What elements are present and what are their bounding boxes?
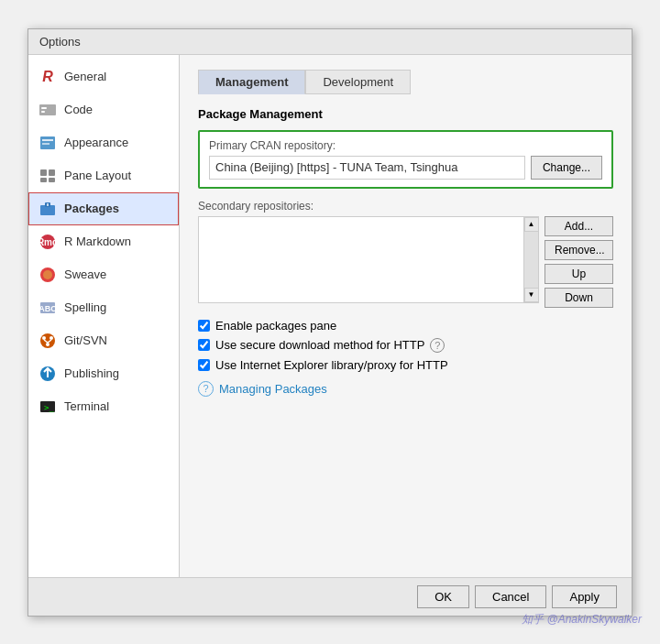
cran-input-row: Change...	[209, 156, 602, 180]
sidebar-item-spelling[interactable]: ABC Spelling	[28, 291, 179, 324]
checkbox-ie-library: Use Internet Explorer library/proxy for …	[198, 358, 613, 372]
gitsvn-icon	[38, 332, 57, 350]
sidebar-item-packages[interactable]: Packages	[28, 192, 179, 225]
svg-rect-9	[49, 178, 55, 182]
sidebar-item-pane-layout[interactable]: Pane Layout	[28, 159, 179, 192]
dialog-titlebar: Options	[28, 29, 632, 55]
dialog-footer: OK Cancel Apply	[28, 577, 632, 616]
secure-download-checkbox[interactable]	[198, 339, 210, 351]
main-content: Management Development Package Managemen…	[180, 55, 632, 577]
ie-library-checkbox[interactable]	[198, 359, 210, 371]
svg-point-16	[43, 270, 52, 279]
sidebar-item-label: Packages	[64, 202, 119, 215]
cancel-button[interactable]: Cancel	[475, 585, 546, 608]
svg-text:ABC: ABC	[38, 304, 57, 313]
up-button[interactable]: Up	[544, 264, 613, 284]
sidebar: R General Code Appearance	[28, 55, 180, 577]
terminal-icon: >_	[38, 398, 57, 416]
svg-rect-12	[47, 203, 49, 206]
cran-label: Primary CRAN repository:	[209, 139, 602, 152]
code-icon	[38, 101, 57, 119]
down-button[interactable]: Down	[544, 288, 613, 308]
rmarkdown-icon: Rmd	[38, 233, 57, 251]
publishing-icon	[38, 365, 57, 383]
svg-rect-2	[41, 111, 45, 113]
sidebar-item-general[interactable]: R General	[28, 60, 179, 93]
secondary-label: Secondary repositories:	[198, 200, 613, 213]
enable-pane-checkbox[interactable]	[198, 320, 210, 332]
secondary-repos-row: ▲ ▼ Add... Remove... Up	[198, 216, 613, 308]
tab-development[interactable]: Development	[305, 70, 411, 94]
sidebar-item-publishing[interactable]: Publishing	[28, 357, 179, 390]
svg-rect-0	[39, 104, 56, 115]
general-icon: R	[38, 68, 57, 86]
sidebar-item-label: Pane Layout	[64, 169, 131, 182]
svg-rect-8	[40, 178, 47, 182]
appearance-icon	[38, 134, 57, 152]
repos-buttons: Add... Remove... Up Down	[544, 216, 613, 308]
scroll-track	[524, 232, 538, 288]
svg-rect-6	[40, 169, 47, 176]
sidebar-item-rmarkdown[interactable]: Rmd R Markdown	[28, 225, 179, 258]
sidebar-item-label: Code	[64, 103, 93, 116]
dialog-body: R General Code Appearance	[28, 55, 632, 577]
sidebar-item-label: Git/SVN	[64, 333, 107, 347]
sidebar-item-label: Spelling	[64, 300, 106, 314]
scroll-down-arrow[interactable]: ▼	[524, 288, 539, 302]
svg-rect-5	[42, 143, 50, 145]
sidebar-item-appearance[interactable]: Appearance	[28, 126, 179, 159]
svg-point-22	[46, 343, 50, 346]
change-button[interactable]: Change...	[531, 156, 602, 180]
add-button[interactable]: Add...	[544, 216, 613, 236]
cran-box: Primary CRAN repository: Change...	[198, 130, 613, 189]
managing-link-row: ? Managing Packages	[198, 381, 613, 397]
svg-point-20	[42, 336, 46, 340]
secure-download-label[interactable]: Use secure download method for HTTP	[215, 338, 424, 352]
pane-layout-icon	[38, 167, 57, 185]
sidebar-item-label: R Markdown	[64, 235, 131, 248]
sidebar-item-label: General	[64, 70, 106, 83]
svg-rect-4	[42, 139, 53, 141]
svg-point-21	[50, 336, 53, 340]
checkbox-secure-download: Use secure download method for HTTP ?	[198, 338, 613, 353]
apply-button[interactable]: Apply	[552, 585, 617, 608]
packages-icon	[38, 200, 57, 218]
sidebar-item-label: Appearance	[64, 136, 128, 149]
sidebar-item-label: Terminal	[64, 399, 109, 413]
secure-download-help-icon[interactable]: ?	[430, 338, 445, 353]
managing-packages-link[interactable]: Managing Packages	[219, 382, 327, 396]
svg-rect-1	[41, 107, 47, 109]
ie-library-label[interactable]: Use Internet Explorer library/proxy for …	[215, 358, 448, 372]
dialog-title: Options	[39, 35, 81, 49]
checkbox-enable-pane: Enable packages pane	[198, 319, 613, 333]
tab-bar: Management Development	[198, 70, 613, 94]
scrollbar[interactable]: ▲ ▼	[523, 217, 538, 302]
cran-input[interactable]	[209, 156, 525, 180]
section-title: Package Management	[198, 107, 613, 121]
sidebar-item-label: Sweave	[64, 267, 106, 281]
sweave-icon	[38, 266, 57, 284]
svg-rect-7	[49, 169, 55, 176]
enable-pane-label[interactable]: Enable packages pane	[215, 319, 336, 333]
sidebar-item-terminal[interactable]: >_ Terminal	[28, 390, 179, 423]
sidebar-item-sweave[interactable]: Sweave	[28, 258, 179, 291]
remove-button[interactable]: Remove...	[544, 240, 613, 260]
repos-list[interactable]: ▲ ▼	[198, 216, 539, 303]
sidebar-item-gitsvn[interactable]: Git/SVN	[28, 324, 179, 357]
sidebar-item-label: Publishing	[64, 366, 119, 380]
svg-text:Rmd: Rmd	[38, 237, 57, 247]
managing-help-icon[interactable]: ?	[198, 381, 214, 397]
ok-button[interactable]: OK	[417, 585, 469, 608]
tab-management[interactable]: Management	[198, 70, 305, 94]
spelling-icon: ABC	[38, 299, 57, 317]
sidebar-item-code[interactable]: Code	[28, 93, 179, 126]
scroll-up-arrow[interactable]: ▲	[524, 217, 539, 232]
svg-text:>_: >_	[44, 403, 54, 412]
options-dialog: Options R General Code	[28, 28, 632, 617]
